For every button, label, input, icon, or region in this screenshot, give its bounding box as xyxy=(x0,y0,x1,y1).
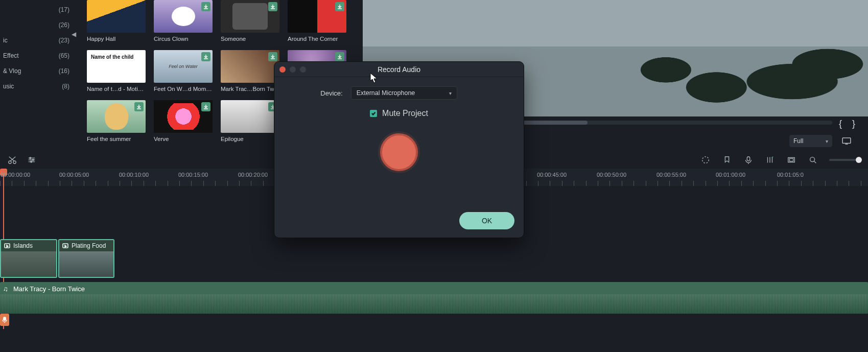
sidebar-item[interactable]: (17) xyxy=(0,2,73,17)
download-icon[interactable] xyxy=(335,2,344,11)
clip-thumb[interactable] xyxy=(154,100,213,133)
audio-track[interactable]: ♫ Mark Tracy - Born Twice xyxy=(0,282,868,314)
svg-rect-9 xyxy=(789,158,793,161)
adjust-icon[interactable] xyxy=(27,155,37,165)
svg-point-5 xyxy=(31,161,32,162)
device-label: Device: xyxy=(320,89,342,97)
music-note-icon: ♫ xyxy=(3,285,8,293)
marker-icon[interactable] xyxy=(722,155,732,165)
media-clip[interactable]: Mark Trac…Born Twic xyxy=(221,50,279,92)
mark-out-icon[interactable]: } xyxy=(849,118,859,130)
clip-thumb[interactable] xyxy=(221,100,279,133)
clip-thumb[interactable] xyxy=(87,50,146,83)
clip-label: Epilogue xyxy=(221,136,279,142)
ok-button[interactable]: OK xyxy=(459,212,514,229)
sidebar-item[interactable]: (26) xyxy=(0,17,73,33)
sidebar-item[interactable]: usic(8) xyxy=(0,79,73,94)
download-icon[interactable] xyxy=(268,52,277,61)
download-icon[interactable] xyxy=(134,102,144,111)
clip-title: Islands xyxy=(13,242,33,249)
ruler-timestamp: 00:00:20:00 xyxy=(238,172,268,178)
clip-thumb[interactable] xyxy=(221,50,279,83)
sidebar-item[interactable]: ic(23) xyxy=(0,33,73,48)
download-icon[interactable] xyxy=(201,2,210,11)
zoom-fit-icon[interactable] xyxy=(808,155,818,165)
sidebar-item[interactable]: & Vlog(16) xyxy=(0,63,73,79)
media-clip[interactable]: Happy Hall xyxy=(87,0,146,42)
media-clip[interactable]: Epilogue xyxy=(221,100,279,142)
clip-thumb[interactable] xyxy=(154,0,213,33)
download-icon[interactable] xyxy=(201,52,210,61)
ruler-timestamp: 00:00:00:00 xyxy=(1,172,30,178)
close-window-icon[interactable] xyxy=(279,66,286,73)
clip-title: Plating Food xyxy=(72,242,106,249)
ruler-timestamp: 00:00:10:00 xyxy=(119,172,149,178)
fullscreen-icon[interactable] xyxy=(840,135,853,147)
maximize-window-icon[interactable] xyxy=(300,66,306,73)
clip-label: Feet On W…d Moment xyxy=(154,86,213,92)
record-audio-dialog: Record Audio Device: External Microphone… xyxy=(274,61,524,238)
dialog-title: Record Audio xyxy=(378,65,420,74)
media-clip[interactable]: Circus Clown xyxy=(154,0,213,42)
clip-label: Verve xyxy=(154,136,213,142)
device-select[interactable]: External Microphone ▾ xyxy=(351,86,457,100)
dialog-titlebar[interactable]: Record Audio xyxy=(274,62,524,77)
svg-point-3 xyxy=(30,157,31,159)
clip-thumb[interactable] xyxy=(154,50,213,83)
clip-thumb[interactable] xyxy=(87,0,146,33)
record-button[interactable] xyxy=(380,133,418,171)
audio-mixer-icon[interactable] xyxy=(765,155,775,165)
media-clip[interactable]: Around The Corner xyxy=(288,0,346,42)
chevron-down-icon: ▾ xyxy=(449,90,452,96)
clip-label: Feel the summer xyxy=(87,136,146,142)
clip-label: Mark Trac…Born Twic xyxy=(221,86,279,92)
ruler-timestamp: 00:00:05:00 xyxy=(59,172,89,178)
category-sidebar: (17) (26) ic(23) Effect(65) & Vlog(16) u… xyxy=(0,0,77,148)
clip-label: Name of t…d - Motions xyxy=(87,86,146,92)
clip-label: Around The Corner xyxy=(288,36,346,42)
svg-point-10 xyxy=(810,157,815,162)
waveform xyxy=(0,294,868,314)
clip-thumb[interactable] xyxy=(87,100,146,133)
mute-project-checkbox[interactable]: Mute Project xyxy=(274,100,524,118)
clip-label: Circus Clown xyxy=(154,36,213,42)
media-clip[interactable]: Name of t…d - Motions xyxy=(87,50,146,92)
voiceover-marker[interactable] xyxy=(0,314,9,326)
crop-icon[interactable] xyxy=(786,155,796,165)
svg-rect-13 xyxy=(3,317,6,321)
preview-quality-select[interactable]: Full▾ xyxy=(789,135,832,147)
voiceover-track[interactable] xyxy=(0,314,868,326)
clip-label: Happy Hall xyxy=(87,36,146,42)
media-clip[interactable]: Feel the summer xyxy=(87,100,146,142)
download-icon[interactable] xyxy=(201,102,210,111)
ruler-timestamp: 00:00:55:00 xyxy=(656,172,686,178)
video-clip[interactable]: Islands xyxy=(0,239,57,278)
collapse-sidebar-icon[interactable]: ◀ xyxy=(72,31,76,38)
clip-thumb[interactable] xyxy=(288,0,346,33)
cut-icon[interactable] xyxy=(7,155,17,165)
ruler-timestamp: 00:01:00:00 xyxy=(716,172,745,178)
mark-in-icon[interactable]: { xyxy=(835,118,846,130)
ruler-timestamp: 00:01:05:0 xyxy=(777,172,804,178)
voiceover-icon[interactable] xyxy=(743,155,754,165)
ruler-timestamp: 00:00:15:00 xyxy=(178,172,208,178)
minimize-window-icon[interactable] xyxy=(290,66,296,73)
media-clip[interactable]: Verve xyxy=(154,100,213,142)
checkbox-checked-icon[interactable] xyxy=(370,110,377,117)
media-clip[interactable]: Feet On W…d Moment xyxy=(154,50,213,92)
video-clip[interactable]: Plating Food xyxy=(58,239,114,278)
checkbox-label: Mute Project xyxy=(382,109,428,118)
audio-clip[interactable]: ♫ Mark Tracy - Born Twice xyxy=(0,282,868,314)
zoom-slider[interactable] xyxy=(829,159,861,161)
render-icon[interactable] xyxy=(700,155,711,165)
svg-point-4 xyxy=(32,159,34,161)
media-clip[interactable]: Someone xyxy=(221,0,279,42)
clip-thumb[interactable] xyxy=(221,0,279,33)
clip-label: Someone xyxy=(221,36,279,42)
download-icon[interactable] xyxy=(335,52,344,61)
slider-thumb[interactable] xyxy=(856,157,862,163)
chevron-down-icon: ▾ xyxy=(826,138,828,144)
sidebar-item[interactable]: Effect(65) xyxy=(0,48,73,63)
video-track[interactable]: Islands Plating Food xyxy=(0,239,868,280)
download-icon[interactable] xyxy=(268,2,277,11)
